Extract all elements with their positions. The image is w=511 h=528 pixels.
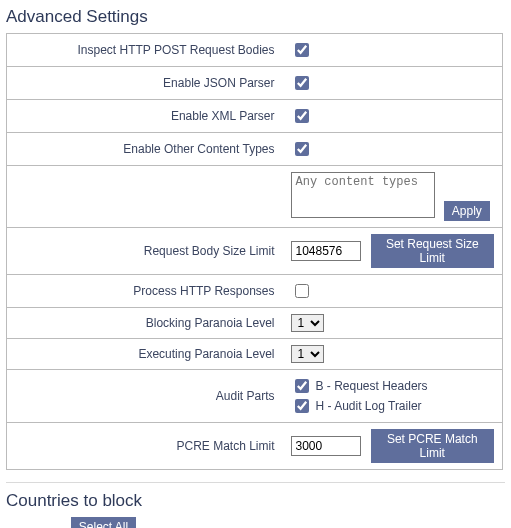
req-body-limit-input[interactable] — [291, 241, 361, 261]
section-divider — [6, 482, 505, 483]
inspect-post-checkbox[interactable] — [295, 43, 309, 57]
blocking-paranoia-select[interactable]: 1 — [291, 314, 324, 332]
content-types-textarea[interactable] — [291, 172, 435, 218]
other-types-label: Enable Other Content Types — [7, 133, 283, 166]
countries-title: Countries to block — [6, 491, 505, 511]
process-responses-label: Process HTTP Responses — [7, 275, 283, 308]
audit-h-checkbox[interactable] — [295, 399, 309, 413]
req-body-limit-label: Request Body Size Limit — [7, 228, 283, 275]
inspect-post-label: Inspect HTTP POST Request Bodies — [7, 34, 283, 67]
advanced-settings-title: Advanced Settings — [6, 7, 505, 27]
select-all-button[interactable]: Select All — [71, 517, 136, 528]
json-parser-checkbox[interactable] — [295, 76, 309, 90]
audit-parts-label: Audit Parts — [7, 370, 283, 423]
other-types-checkbox[interactable] — [295, 142, 309, 156]
set-req-limit-button[interactable]: Set Request Size Limit — [371, 234, 495, 268]
executing-paranoia-label: Executing Paranoia Level — [7, 339, 283, 370]
audit-b-checkbox[interactable] — [295, 379, 309, 393]
set-pcre-limit-button[interactable]: Set PCRE Match Limit — [371, 429, 495, 463]
blocking-paranoia-label: Blocking Paranoia Level — [7, 308, 283, 339]
executing-paranoia-select[interactable]: 1 — [291, 345, 324, 363]
audit-b-label: B - Request Headers — [316, 379, 428, 393]
xml-parser-checkbox[interactable] — [295, 109, 309, 123]
pcre-limit-input[interactable] — [291, 436, 361, 456]
process-responses-checkbox[interactable] — [295, 284, 309, 298]
advanced-settings-table: Inspect HTTP POST Request Bodies Enable … — [6, 33, 503, 470]
apply-button[interactable]: Apply — [444, 201, 490, 221]
json-parser-label: Enable JSON Parser — [7, 67, 283, 100]
xml-parser-label: Enable XML Parser — [7, 100, 283, 133]
pcre-limit-label: PCRE Match Limit — [7, 423, 283, 470]
audit-h-label: H - Audit Log Trailer — [316, 399, 422, 413]
